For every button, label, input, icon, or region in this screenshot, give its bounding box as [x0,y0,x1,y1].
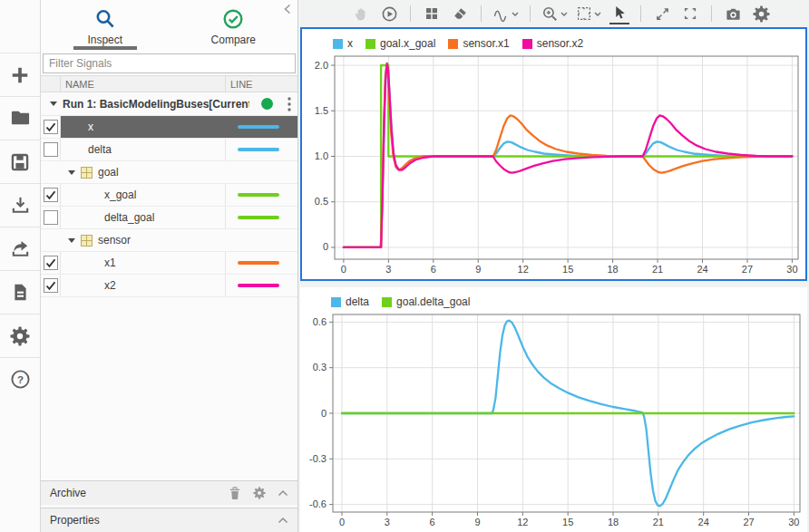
signal-style-button[interactable] [492,3,519,24]
simulation-data-inspector-window: Inspect Compare NAME LINE Run 1: BasicMo… [0,0,809,532]
svg-text:6: 6 [431,264,436,275]
filter-signals-input[interactable] [43,53,296,73]
signal-label: delta_goal [104,211,154,224]
main-toolbar [0,0,41,532]
chevron-down-icon [512,13,518,15]
signals-panel: Inspect Compare NAME LINE Run 1: BasicMo… [41,0,298,532]
compare-check-icon [225,11,242,28]
bus-expander-icon[interactable] [68,238,75,243]
add-button[interactable] [0,53,40,96]
tab-inspect[interactable]: Inspect [41,0,170,52]
search-icon [98,11,113,26]
clear-plots-button[interactable] [450,3,470,24]
signal-checkbox-delta_goal[interactable] [41,207,61,228]
run-row[interactable]: Run 1: BasicModelingBuses[Current] [41,92,297,116]
zoom-in-button[interactable] [541,3,568,24]
tab-compare-label: Compare [211,34,256,46]
signal-checkbox-x[interactable] [41,116,61,138]
signal-row-x1[interactable]: x1 [41,252,297,275]
svg-text:24: 24 [698,517,709,527]
tab-inspect-label: Inspect [87,34,122,46]
plot-bottom-area[interactable]: 036912151821242730-0.6-0.300.30.6 [300,311,807,532]
preferences-icon [11,326,30,345]
expand-icon [657,8,667,18]
svg-text:24: 24 [697,264,707,275]
signal-row-delta_goal[interactable]: delta_goal [41,207,297,229]
toolbar-separator [711,5,712,22]
fullscreen-icon [686,9,696,19]
signal-row-x[interactable]: x [41,116,297,139]
svg-text:27: 27 [742,264,753,275]
bus-row-sensor[interactable]: sensor [41,229,297,252]
bus-expander-icon[interactable] [68,170,75,175]
svg-text:30: 30 [786,264,797,275]
signal-row-x_goal[interactable]: x_goal [41,184,297,207]
svg-text:0: 0 [321,408,327,419]
properties-section-header[interactable]: Properties [41,508,297,532]
settings-button[interactable] [751,3,771,24]
export-icon [13,241,26,256]
toolbar-separator [640,5,641,22]
fit-to-view-button[interactable] [576,3,601,24]
svg-text:0: 0 [341,264,346,275]
plot-region: xgoal.x_goalsensor.x1sensor.x2 036912151… [298,0,809,532]
svg-text:12: 12 [517,517,528,527]
legend-swatch [448,39,458,49]
open-icon [11,111,28,124]
plot-panel-bottom[interactable]: deltagoal.delta_goal 036912151821242730-… [300,287,807,532]
fullscreen-button[interactable] [680,3,700,24]
preferences-button[interactable] [0,314,40,357]
open-button[interactable] [0,96,40,140]
plot-top-legend: xgoal.x_goalsensor.x1sensor.x2 [302,29,805,53]
save-button[interactable] [0,140,40,183]
signal-row-delta[interactable]: delta [41,139,297,161]
run-expander-icon[interactable] [50,102,57,106]
run-menu-button[interactable] [288,97,291,111]
pointer-button[interactable] [609,3,629,24]
archive-section-header[interactable]: Archive [41,480,297,505]
tab-compare[interactable]: Compare [170,0,298,52]
export-button[interactable] [0,227,40,270]
signal-checkbox-delta[interactable] [41,139,61,160]
line-swatch [238,193,279,197]
collapse-panel-button[interactable] [283,4,292,15]
plot-top-area[interactable]: 03691215182124273000.51.01.52.0 [302,53,805,279]
signal-list-empty-area [41,297,297,480]
svg-text:2.0: 2.0 [315,60,328,71]
import-button[interactable] [0,183,40,227]
svg-text:0: 0 [339,517,345,527]
bus-row-goal[interactable]: goal [41,161,297,184]
svg-text:0.3: 0.3 [313,362,327,372]
line-cell [225,275,297,296]
legend-swatch [331,297,341,307]
line-swatch [238,261,279,265]
snapshot-button[interactable] [723,3,743,24]
expand-button[interactable] [652,3,672,24]
toolbar-separator [410,5,411,22]
signal-checkbox-x_goal[interactable] [41,184,61,206]
legend-swatch [333,39,343,49]
help-button[interactable] [0,357,40,401]
svg-text:15: 15 [562,264,573,275]
pan-button[interactable] [351,3,371,24]
filter-row [41,52,297,75]
signal-checkbox-x2[interactable] [41,275,61,296]
svg-text:0.6: 0.6 [313,316,327,327]
line-column-header: LINE [225,76,297,92]
legend-item-sensor.x2: sensor.x2 [522,37,583,50]
signal-label: delta [88,143,112,156]
signal-row-x2[interactable]: x2 [41,275,297,297]
svg-text:18: 18 [608,517,619,527]
legend-swatch [366,39,375,49]
properties-label: Properties [50,514,100,527]
svg-text:30: 30 [788,517,799,527]
signal-checkbox-x1[interactable] [41,252,61,274]
layout-button[interactable] [422,3,442,24]
create-report-button[interactable] [0,270,40,314]
line-swatch [238,148,279,151]
replay-button[interactable] [379,3,399,24]
signal-style-icon [494,11,505,21]
plot-panel-top[interactable]: xgoal.x_goalsensor.x1sensor.x2 036912151… [300,27,807,281]
svg-text:9: 9 [475,264,481,275]
svg-text:-0.3: -0.3 [309,453,327,464]
